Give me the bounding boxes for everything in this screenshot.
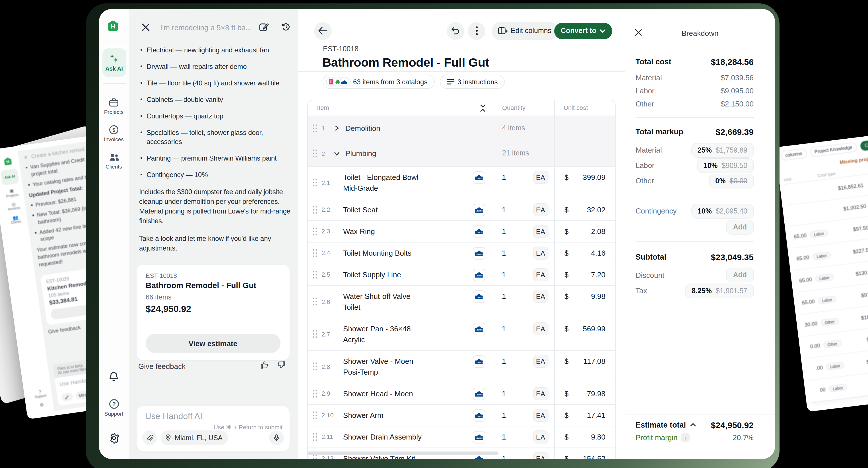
- horizontal-scrollbar[interactable]: [307, 451, 498, 455]
- unit-chip[interactable]: EA: [533, 355, 548, 368]
- vendor-chip[interactable]: LOWE’S: [473, 355, 485, 368]
- lowes-logo: LOWE’S: [474, 228, 484, 235]
- back-button[interactable]: [314, 22, 332, 39]
- convert-to-button[interactable]: Convert to: [554, 23, 612, 39]
- info-icon[interactable]: i: [681, 433, 689, 442]
- thumbs-up-icon[interactable]: [260, 360, 269, 369]
- notifications-bell[interactable]: [99, 371, 129, 382]
- history-icon[interactable]: [281, 22, 290, 32]
- unit-chip[interactable]: EA: [533, 225, 548, 238]
- unit-chip[interactable]: EA: [533, 290, 548, 303]
- gear-icon: [108, 432, 119, 443]
- undo-button[interactable]: [446, 22, 464, 39]
- drag-handle[interactable]: [312, 297, 317, 306]
- drag-handle[interactable]: [312, 205, 317, 214]
- vendor-chip[interactable]: LOWE’S: [473, 225, 485, 238]
- discount-add-button[interactable]: Add: [726, 268, 754, 283]
- app-window: H Ask AI Projects $ Invoices Clients: [99, 9, 775, 459]
- drag-handle[interactable]: [312, 248, 317, 257]
- unit-chip[interactable]: EA: [533, 322, 548, 335]
- vendor-chip[interactable]: LOWE’S: [473, 431, 485, 443]
- vendor-chip[interactable]: LOWE’S: [473, 171, 485, 184]
- material-cost-row: Material$7,039.56: [636, 73, 754, 82]
- chevron-right-icon[interactable]: [334, 125, 340, 131]
- edit-columns-button[interactable]: Edit columns: [491, 21, 558, 40]
- chat-input[interactable]: Use Handoff AI Use ⌘ + Return to submit …: [136, 406, 289, 451]
- tax-chip[interactable]: 8.25%$1,901.57: [685, 283, 754, 298]
- dollar-circle-icon: $: [109, 124, 119, 135]
- mic-button[interactable]: [269, 430, 284, 445]
- paperclip-icon: [146, 434, 154, 441]
- catalogs-badge[interactable]: 63 items from 3 catalogs: [322, 75, 435, 89]
- material-markup-chip[interactable]: 25%$1,759.89: [691, 143, 754, 157]
- sidebar-item-invoices[interactable]: $ Invoices: [99, 124, 129, 142]
- contingency-add-row: Add: [636, 220, 754, 234]
- total-cost-row: Total cost$18,284.56: [636, 57, 754, 66]
- unit-chip[interactable]: EA: [533, 171, 548, 184]
- thumbs-down-icon[interactable]: [276, 360, 285, 369]
- vendor-chip[interactable]: LOWE’S: [473, 204, 485, 216]
- vendor-chip[interactable]: LOWE’S: [473, 268, 485, 281]
- svg-text:LOWE’S: LOWE’S: [476, 210, 483, 212]
- chat-panel: I'm remodeling a 5×8 ft ba... Electrical…: [129, 9, 298, 459]
- drag-handle[interactable]: [312, 330, 317, 338]
- drag-handle[interactable]: [312, 432, 317, 441]
- more-menu-button[interactable]: [468, 22, 485, 39]
- unit-chip[interactable]: EA: [533, 246, 548, 260]
- location-chip[interactable]: Miami, FL, USA: [160, 430, 228, 445]
- list-icon: [447, 79, 454, 85]
- labor-markup-chip[interactable]: 10%$909.50: [697, 158, 754, 173]
- chevron-down-icon[interactable]: [334, 151, 340, 156]
- vendor-chip[interactable]: LOWE’S: [473, 409, 485, 421]
- sidebar-item-support[interactable]: ? Support: [99, 398, 129, 416]
- svg-text:LOWE’S: LOWE’S: [476, 177, 483, 179]
- vendor-chip[interactable]: LOWE’S: [473, 290, 485, 302]
- view-estimate-button[interactable]: View estimate: [146, 333, 280, 353]
- sidebar-item-clients[interactable]: Clients: [99, 152, 129, 169]
- drag-handle[interactable]: [312, 362, 317, 371]
- chat-bullet-list: Electrical — new lighting and exhaust fa…: [139, 45, 290, 179]
- drag-handle[interactable]: [312, 178, 317, 187]
- drag-handle[interactable]: [312, 227, 317, 235]
- drag-handle[interactable]: [312, 389, 317, 398]
- kebab-icon: [475, 26, 478, 35]
- collapse-all-icon[interactable]: [480, 102, 486, 114]
- chat-bullet: Painting — premium Sherwin Williams pain…: [139, 153, 290, 163]
- lowes-logo: LOWE’S: [474, 412, 484, 418]
- other-markup-row: Other 0%$0.00: [636, 173, 754, 188]
- drag-handle[interactable]: [312, 124, 317, 133]
- bell-icon: [109, 371, 119, 382]
- drag-handle[interactable]: [312, 454, 317, 459]
- chat-paragraph: Includes the $300 dumpster fee and daily…: [139, 187, 290, 226]
- contingency-chip[interactable]: 10%$2,095.40: [691, 204, 754, 218]
- chevron-up-icon[interactable]: [690, 423, 695, 427]
- sidebar-item-ask-ai[interactable]: Ask AI: [102, 48, 126, 77]
- unit-chip[interactable]: EA: [533, 452, 548, 459]
- close-chat-icon[interactable]: [141, 23, 150, 32]
- chat-title[interactable]: I'm remodeling a 5×8 ft ba...: [160, 23, 252, 32]
- settings-gear[interactable]: [99, 432, 129, 443]
- sparkles-icon: [109, 53, 120, 64]
- help-icon: ?: [108, 398, 119, 409]
- attach-button[interactable]: [142, 430, 157, 445]
- chat-bullet: Tile — floor tile (40 sq ft) and shower …: [139, 78, 290, 87]
- new-chat-icon[interactable]: [258, 22, 268, 32]
- vendor-chip[interactable]: LOWE’S: [473, 387, 485, 400]
- unit-chip[interactable]: EA: [533, 203, 548, 216]
- unit-chip[interactable]: EA: [533, 268, 548, 281]
- lowes-logo: LOWE’S: [474, 271, 484, 278]
- drag-handle-icon: [312, 389, 317, 398]
- instructions-badge[interactable]: 3 instructions: [440, 75, 504, 89]
- unit-chip[interactable]: EA: [533, 387, 548, 400]
- other-markup-chip[interactable]: 0%$0.00: [709, 173, 754, 188]
- unit-chip[interactable]: EA: [533, 431, 548, 443]
- drag-handle[interactable]: [312, 149, 317, 158]
- material-markup-row: Material 25%$1,759.89: [636, 143, 754, 157]
- unit-chip[interactable]: EA: [533, 409, 548, 422]
- add-button[interactable]: Add: [726, 220, 754, 234]
- vendor-chip[interactable]: LOWE’S: [473, 247, 485, 259]
- vendor-chip[interactable]: LOWE’S: [473, 323, 485, 335]
- drag-handle[interactable]: [312, 411, 317, 419]
- sidebar-item-projects[interactable]: Projects: [99, 97, 129, 115]
- drag-handle[interactable]: [312, 270, 317, 279]
